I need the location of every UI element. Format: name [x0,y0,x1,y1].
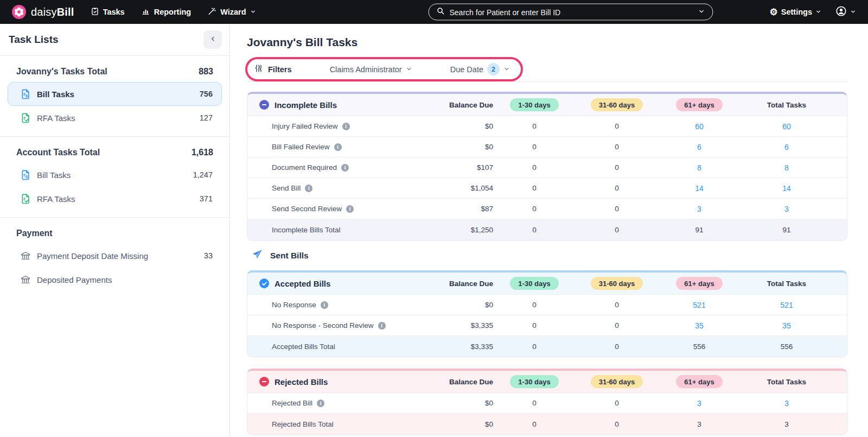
chevron-down-icon[interactable] [698,7,705,17]
days-61-plus-link[interactable]: 14 [695,184,704,193]
total-tasks-link[interactable]: 6 [784,143,789,151]
sidebar-section-header: Payment [0,223,229,244]
chevron-left-icon [209,35,216,44]
incomplete-bills-table: Incomplete BillsBalance Due1-30 days31-6… [247,92,847,240]
column-header-total-tasks: Total Tasks [741,280,833,288]
days-61-plus-link[interactable]: 3 [697,399,701,408]
chevron-down-icon [406,65,412,74]
total-tasks-link[interactable]: 3 [784,205,789,213]
sidebar-section-header: Account Tasks Total1,618 [0,142,229,163]
column-header-total-tasks: Total Tasks [741,101,833,109]
sidebar-item-count: 33 [204,251,213,260]
days-61-plus-link[interactable]: 8 [697,163,701,172]
brand-logo[interactable]: daisyBill [12,5,74,19]
sidebar-section-title: Account Tasks Total [16,148,100,157]
days-61-plus-link[interactable]: 35 [695,321,704,330]
column-header-total-tasks: Total Tasks [741,378,833,386]
sidebar-item-rfa-tasks[interactable]: RFA Tasks127 [8,106,222,130]
days-1-30-value: 0 [493,143,576,151]
days-31-60-value: 0 [576,301,658,309]
info-icon[interactable]: i [317,400,324,407]
settings-menu[interactable]: ⚙ Settings [770,8,821,17]
days-1-30-total: 0 [493,343,576,351]
sidebar-item-bill-tasks[interactable]: $Bill Tasks756 [8,82,222,106]
days-61-plus-link[interactable]: 6 [697,143,701,151]
column-header-balance-due: Balance Due [423,280,493,288]
days-31-60-value: 0 [576,184,658,192]
days-1-30-value: 0 [493,205,576,213]
column-header-pill-d1: 1-30 days [510,277,558,290]
days-1-30-value: 0 [493,321,576,330]
account-menu[interactable] [835,5,856,18]
gear-icon: ⚙ [770,8,778,17]
days-1-30-total: 0 [493,226,576,234]
days-31-60-value: 0 [576,205,658,213]
sidebar-item-rfa-tasks[interactable]: RFA Tasks371 [8,187,222,211]
days-61-plus-link[interactable]: 521 [693,301,705,309]
filters-bar: Filters Claims Administrator Due Date 2 [247,57,847,84]
task-label: Rejected Bill [272,399,312,407]
info-icon[interactable]: i [378,322,386,330]
total-tasks-link[interactable]: 14 [782,184,791,193]
sidebar-item-count: 127 [200,113,213,122]
total-tasks-link[interactable]: 8 [784,163,789,172]
info-icon[interactable]: i [334,143,342,151]
info-icon[interactable]: i [305,185,312,192]
sidebar-item-payment-deposit-date-missing[interactable]: Payment Deposit Date Missing33 [8,244,222,268]
page-title: Jovanny's Bill Tasks [247,36,847,49]
filters-button[interactable]: Filters [254,64,292,74]
sidebar-section: PaymentPayment Deposit Date Missing33Dep… [0,217,229,298]
total-row-label: Incomplete Bills Total [272,226,341,234]
nav-wizard[interactable]: Wizard [207,7,256,17]
balance-due-value: $87 [423,205,493,213]
task-label: Send Second Review [272,205,342,213]
total-tasks-link[interactable]: 521 [780,301,793,309]
table-row: Injury Failed Reviewi$0006060 [247,116,847,137]
bank-icon [20,250,31,261]
due-date-filter[interactable]: Due Date 2 [450,63,510,75]
task-label: Injury Failed Review [272,122,338,130]
collapse-sidebar-button[interactable] [203,30,222,49]
info-icon[interactable]: i [321,301,328,309]
days-1-30-value: 0 [493,301,576,309]
clipboard-check-icon [91,7,99,17]
days-1-30-total: 0 [493,420,576,428]
table-total-row: Rejected Bills Total$00033 [247,414,847,434]
days-61-plus-link[interactable]: 3 [697,205,701,213]
table-header-row: Rejected BillsBalance Due1-30 days31-60 … [247,371,847,393]
total-row-label: Rejected Bills Total [272,420,334,428]
patient-search-input[interactable]: Search for Patient or enter Bill ID [429,4,713,21]
total-tasks-link[interactable]: 60 [782,122,791,131]
days-31-60-value: 0 [576,143,658,151]
sidebar-item-deposited-payments[interactable]: Deposited Payments [8,268,222,292]
table-row: Document Requiredi$1070088 [247,157,847,178]
paper-plane-icon [251,249,263,262]
total-tasks-link[interactable]: 35 [782,321,791,330]
column-header-pill-d2: 31-60 days [591,98,643,111]
days-61-plus-link[interactable]: 60 [695,122,704,131]
table-row: Send Second Reviewi$870033 [247,199,847,219]
info-icon[interactable]: i [341,164,349,172]
total-tasks-total: 556 [741,343,833,351]
table-row: No Responsei$000521521 [247,295,847,315]
nav-reporting[interactable]: Reporting [141,7,191,17]
info-icon[interactable]: i [342,123,350,130]
sidebar-item-bill-tasks[interactable]: $Bill Tasks1,247 [8,163,222,187]
table-row: Send Billi$1,054001414 [247,178,847,199]
days-31-60-value: 0 [576,399,658,407]
task-label: No Response - Second Review [272,321,374,330]
sidebar-section-title: Jovanny's Tasks Total [16,67,107,77]
sidebar-section-count: 883 [199,67,213,77]
days-31-60-total: 0 [576,226,658,234]
total-tasks-link[interactable]: 3 [784,399,789,408]
sidebar-item-label: Deposited Payments [37,275,207,284]
sliders-filter-icon [254,64,263,74]
days-1-30-value: 0 [493,399,576,407]
table-row: Rejected Billi$00033 [247,393,847,414]
info-icon[interactable]: i [346,205,354,213]
days-31-60-value: 0 [576,163,658,172]
nav-tasks[interactable]: Tasks [91,7,125,17]
claims-administrator-filter[interactable]: Claims Administrator [330,65,412,74]
brand-name: daisyBill [31,6,74,18]
sidebar-item-label: Bill Tasks [37,90,194,99]
